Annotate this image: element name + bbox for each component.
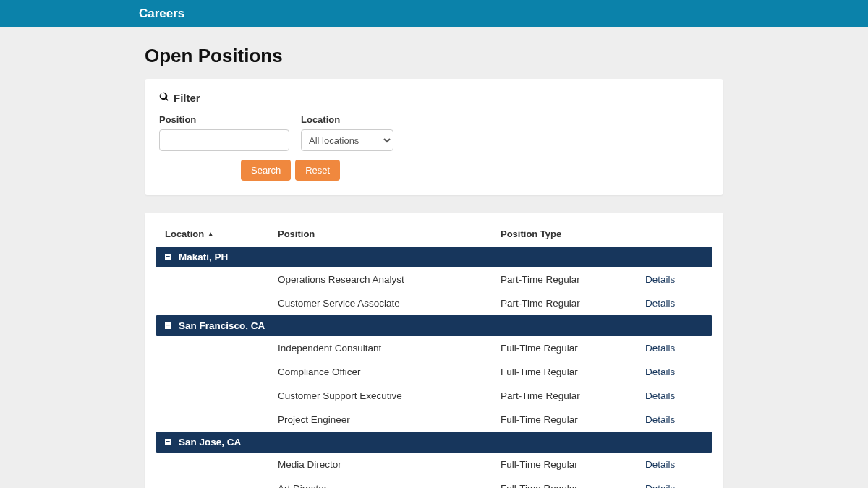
cell-position: Media Director bbox=[278, 459, 501, 470]
group-row[interactable]: −Makati, PH bbox=[156, 247, 712, 267]
sort-asc-icon: ▲ bbox=[207, 230, 214, 238]
table-row: Compliance OfficerFull-Time RegularDetai… bbox=[156, 360, 712, 384]
cell-position: Operations Research Analyst bbox=[278, 274, 501, 285]
collapse-icon: − bbox=[165, 254, 171, 260]
cell-type: Full-Time Regular bbox=[501, 367, 645, 377]
collapse-icon: − bbox=[165, 322, 171, 329]
group-name: San Jose, CA bbox=[179, 437, 241, 448]
group-row[interactable]: −San Francisco, CA bbox=[156, 315, 712, 336]
cell-position: Customer Service Associate bbox=[278, 298, 501, 309]
details-link[interactable]: Details bbox=[645, 367, 675, 377]
filter-heading-text: Filter bbox=[174, 92, 200, 104]
details-link[interactable]: Details bbox=[645, 390, 675, 401]
cell-position: Independent Consultant bbox=[278, 343, 501, 354]
search-button[interactable]: Search bbox=[241, 160, 291, 181]
position-input[interactable] bbox=[159, 129, 289, 151]
details-link[interactable]: Details bbox=[645, 274, 675, 285]
location-select[interactable]: All locations bbox=[301, 129, 393, 151]
details-link[interactable]: Details bbox=[645, 459, 675, 470]
cell-position: Customer Support Executive bbox=[278, 390, 501, 401]
cell-position: Art Director bbox=[278, 483, 501, 488]
cell-type: Part-Time Regular bbox=[501, 298, 645, 309]
table-row: Independent ConsultantFull-Time RegularD… bbox=[156, 336, 712, 360]
cell-type: Full-Time Regular bbox=[501, 343, 645, 354]
cell-position: Compliance Officer bbox=[278, 367, 501, 377]
group-name: Makati, PH bbox=[179, 252, 228, 262]
search-icon bbox=[159, 92, 169, 104]
positions-table: Location ▲ Position Position Type −Makat… bbox=[145, 213, 723, 488]
page-title: Open Positions bbox=[145, 45, 723, 67]
table-row: Media DirectorFull-Time RegularDetails bbox=[156, 453, 712, 476]
table-row: Art DirectorFull-Time RegularDetails bbox=[156, 476, 712, 488]
cell-type: Part-Time Regular bbox=[501, 274, 645, 285]
group-name: San Francisco, CA bbox=[179, 320, 265, 331]
brand-title: Careers bbox=[139, 7, 184, 21]
cell-position: Project Engineer bbox=[278, 414, 501, 425]
col-header-type[interactable]: Position Type bbox=[501, 228, 645, 239]
cell-type: Full-Time Regular bbox=[501, 414, 645, 425]
col-header-location-text: Location bbox=[165, 228, 204, 239]
table-row: Customer Support ExecutivePart-Time Regu… bbox=[156, 384, 712, 408]
cell-type: Full-Time Regular bbox=[501, 459, 645, 470]
cell-type: Part-Time Regular bbox=[501, 390, 645, 401]
group-row[interactable]: −San Jose, CA bbox=[156, 432, 712, 453]
col-header-position[interactable]: Position bbox=[278, 228, 501, 239]
details-link[interactable]: Details bbox=[645, 298, 675, 309]
position-label: Position bbox=[159, 114, 289, 125]
table-row: Operations Research AnalystPart-Time Reg… bbox=[156, 267, 712, 291]
details-link[interactable]: Details bbox=[645, 483, 675, 488]
details-link[interactable]: Details bbox=[645, 343, 675, 354]
filter-heading: Filter bbox=[159, 92, 709, 104]
details-link[interactable]: Details bbox=[645, 414, 675, 425]
cell-type: Full-Time Regular bbox=[501, 483, 645, 488]
location-label: Location bbox=[301, 114, 393, 125]
collapse-icon: − bbox=[165, 439, 171, 445]
table-header-row: Location ▲ Position Position Type bbox=[156, 228, 712, 247]
top-bar: Careers bbox=[0, 0, 868, 27]
reset-button[interactable]: Reset bbox=[295, 160, 340, 181]
table-row: Customer Service AssociatePart-Time Regu… bbox=[156, 291, 712, 315]
filter-panel: Filter Position Location All locations S… bbox=[145, 79, 723, 195]
col-header-location[interactable]: Location ▲ bbox=[165, 228, 278, 239]
table-row: Project EngineerFull-Time RegularDetails bbox=[156, 408, 712, 432]
